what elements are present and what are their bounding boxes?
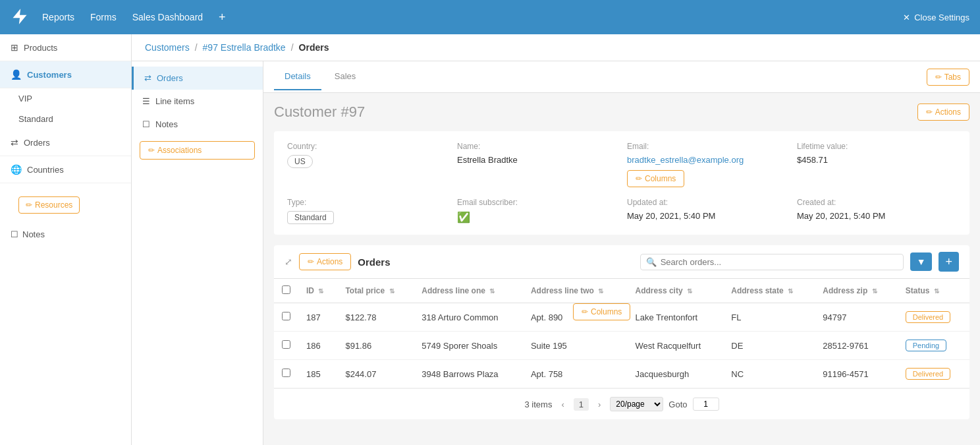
cell-city: Lake Trentonfort <box>628 303 724 332</box>
sidebar-item-standard[interactable]: Standard <box>0 109 131 129</box>
prev-page-button[interactable]: ‹ <box>557 398 568 411</box>
email-value[interactable]: bradtke_estrella@example.org <box>627 155 786 165</box>
orders-icon: ⇄ <box>11 137 18 148</box>
email-subscriber-label: Email subscriber: <box>457 198 616 207</box>
col-address-state[interactable]: Address state ⇅ <box>723 279 815 303</box>
field-type: Type: Standard <box>287 198 447 224</box>
tab-details[interactable]: Details <box>274 63 321 90</box>
cell-id: 186 <box>298 332 337 360</box>
sub-sidebar-line-items[interactable]: ☰ Line items <box>132 90 263 113</box>
associations-button[interactable]: ✏ Associations <box>140 141 255 160</box>
tab-sales[interactable]: Sales <box>324 63 367 90</box>
country-label: Country: <box>287 142 447 151</box>
filter-button[interactable]: ▼ <box>910 252 933 271</box>
next-page-button[interactable]: › <box>594 398 605 411</box>
nav-forms[interactable]: Forms <box>90 12 117 22</box>
col-status[interactable]: Status ⇅ <box>898 279 969 303</box>
app-logo <box>11 7 29 28</box>
orders-actions-button[interactable]: ✏ Actions <box>299 253 351 270</box>
field-updated-at: Updated at: May 20, 2021, 5:40 PM <box>627 198 786 224</box>
sidebar-item-vip[interactable]: VIP <box>0 88 131 109</box>
field-lifetime-value: Lifetime value: $458.71 <box>797 142 956 187</box>
sub-sidebar-orders[interactable]: ⇄ Orders <box>132 67 263 90</box>
col-address-line-two[interactable]: Address line two ⇅ <box>523 279 628 303</box>
expand-button[interactable]: ⤢ <box>285 256 292 267</box>
field-country: Country: US <box>287 142 447 187</box>
sidebar-item-products[interactable]: ⊞ Products <box>0 34 131 61</box>
columns-button-top[interactable]: ✏ Columns <box>627 170 684 187</box>
status-badge: Delivered <box>906 311 950 323</box>
field-email-subscriber: Email subscriber: ✅ <box>457 198 616 224</box>
table-row[interactable]: 185 $244.07 3948 Barrows Plaza Apt. 758 … <box>274 360 969 388</box>
created-at-label: Created at: <box>797 198 956 207</box>
current-page: 1 <box>574 398 589 411</box>
goto-input[interactable] <box>693 398 719 411</box>
top-nav: Reports Forms Sales Dashboard + ✕ Close … <box>0 0 980 34</box>
cell-id: 185 <box>298 360 337 388</box>
sidebar-item-orders[interactable]: ⇄ Orders <box>0 129 131 156</box>
type-badge: Standard <box>287 211 334 224</box>
col-address-line-one[interactable]: Address line one ⇅ <box>414 279 523 303</box>
edit-icon: ✏ <box>26 200 32 210</box>
row-checkbox[interactable] <box>282 340 290 349</box>
cell-total-price: $244.07 <box>337 360 414 388</box>
columns-button-bottom[interactable]: ✏ Columns <box>573 303 630 320</box>
edit-tabs-button[interactable]: ✏ Tabs <box>927 69 969 86</box>
col-total-price[interactable]: Total price ⇅ <box>337 279 414 303</box>
nav-sales-dashboard[interactable]: Sales Dashboard <box>132 12 203 22</box>
customer-header: Customer #97 ✏ Actions <box>274 104 969 121</box>
col-address-city[interactable]: Address city ⇅ <box>628 279 724 303</box>
resources-button[interactable]: ✏ Resources <box>18 196 80 214</box>
updated-at-label: Updated at: <box>627 198 786 207</box>
goto-label: Goto <box>668 400 687 409</box>
sidebar-item-notes[interactable]: ☐ Notes <box>0 224 131 245</box>
pagination: 3 items ‹ 1 › 20/page 50/page 100/page G… <box>274 388 969 419</box>
sub-sidebar-notes[interactable]: ☐ Notes <box>132 113 263 136</box>
add-order-button[interactable]: + <box>939 252 959 272</box>
cell-state: NC <box>723 360 815 388</box>
select-all-checkbox[interactable] <box>282 285 290 294</box>
row-checkbox[interactable] <box>282 312 290 320</box>
globe-icon: 🌐 <box>11 164 22 175</box>
cell-address-line2: Apt. 758 <box>523 360 628 388</box>
email-label: Email: <box>627 142 786 151</box>
field-email: Email: bradtke_estrella@example.org ✏ Co… <box>627 142 786 187</box>
columns-overlay: ✏ Columns <box>573 303 630 320</box>
customer-actions-button[interactable]: ✏ Actions <box>917 104 969 121</box>
nav-reports[interactable]: Reports <box>42 12 74 22</box>
sidebar-item-countries[interactable]: 🌐 Countries <box>0 156 131 183</box>
sidebar-item-customers[interactable]: 👤 Customers <box>0 61 131 88</box>
per-page-select[interactable]: 20/page 50/page 100/page <box>610 397 663 411</box>
col-id[interactable]: ID ⇅ <box>298 279 337 303</box>
tabs-bar: Details Sales ✏ Tabs <box>263 61 980 93</box>
cell-id: 187 <box>298 303 337 332</box>
breadcrumb-customer-name[interactable]: #97 Estrella Bradtke <box>203 42 286 53</box>
breadcrumb-customers[interactable]: Customers <box>145 42 190 53</box>
cell-address-line2: Suite 195 <box>523 332 628 360</box>
type-label: Type: <box>287 198 447 207</box>
cell-state: FL <box>723 303 815 332</box>
sub-lineitems-icon: ☰ <box>142 96 150 106</box>
row-checkbox[interactable] <box>282 369 290 377</box>
orders-card: ⤢ ✏ Actions Orders 🔍 ▼ <box>274 245 969 419</box>
sub-notes-icon: ☐ <box>142 119 150 129</box>
columns-edit-icon: ✏ <box>636 174 642 183</box>
close-settings-button[interactable]: ✕ Close Settings <box>903 13 969 22</box>
orders-title: Orders <box>358 256 390 268</box>
cell-zip: 94797 <box>815 303 898 332</box>
add-nav-item-button[interactable]: + <box>219 11 226 24</box>
search-icon: 🔍 <box>646 257 657 267</box>
sub-sidebar: ⇄ Orders ☰ Line items ☐ Notes ✏ Associat… <box>132 61 263 445</box>
cell-total-price: $122.78 <box>337 303 414 332</box>
search-input[interactable] <box>661 257 898 267</box>
cell-status: Delivered <box>898 303 969 332</box>
orders-actions-icon: ✏ <box>308 257 314 266</box>
total-items: 3 items <box>524 400 552 409</box>
lifetime-value-value: $458.71 <box>797 155 956 165</box>
field-name: Name: Estrella Bradtke <box>457 142 616 187</box>
updated-at-value: May 20, 2021, 5:40 PM <box>627 211 786 221</box>
col-address-zip[interactable]: Address zip ⇅ <box>815 279 898 303</box>
breadcrumb: Customers / #97 Estrella Bradtke / Order… <box>132 34 980 61</box>
country-badge[interactable]: US <box>287 155 313 168</box>
table-row[interactable]: 186 $91.86 5749 Sporer Shoals Suite 195 … <box>274 332 969 360</box>
